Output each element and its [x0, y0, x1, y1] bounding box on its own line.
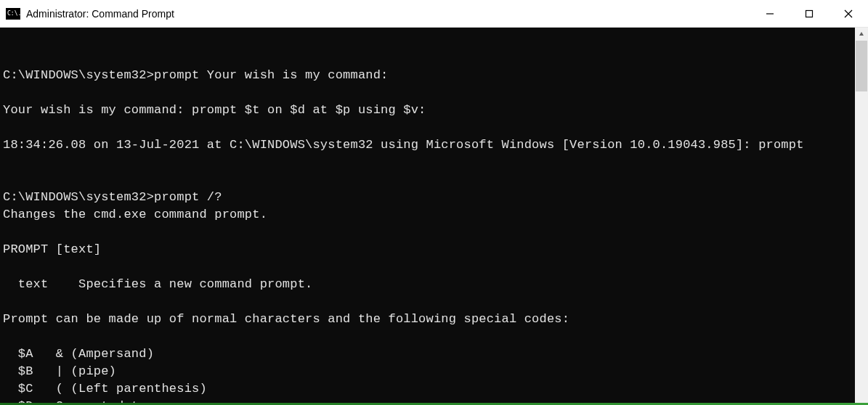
titlebar[interactable]: C:\. Administrator: Command Prompt: [0, 0, 868, 28]
maximize-button[interactable]: [790, 0, 829, 27]
svg-marker-4: [859, 32, 864, 36]
close-button[interactable]: [829, 0, 868, 27]
terminal-wrapper: C:\WINDOWS\system32>prompt Your wish is …: [0, 28, 868, 403]
maximize-icon: [805, 9, 814, 18]
close-icon: [844, 9, 853, 18]
minimize-button[interactable]: [750, 0, 790, 27]
vertical-scrollbar[interactable]: [855, 28, 868, 403]
terminal-line: 18:34:26.08 on 13-Jul-2021 at C:\WINDOWS…: [3, 138, 804, 152]
terminal-output[interactable]: C:\WINDOWS\system32>prompt Your wish is …: [0, 28, 855, 403]
app-icon-text: C:\.: [7, 11, 21, 17]
terminal-line: Changes the cmd.exe command prompt.: [3, 208, 267, 221]
terminal-line: $A & (Ampersand): [3, 347, 154, 361]
minimize-icon: [766, 9, 774, 18]
scrollbar-thumb[interactable]: [856, 41, 867, 91]
chevron-up-icon: [859, 31, 864, 37]
terminal-line: text Specifies a new command prompt.: [3, 277, 312, 291]
terminal-line: $C ( (Left parenthesis): [3, 382, 207, 396]
terminal-line: Prompt can be made up of normal characte…: [3, 312, 569, 326]
terminal-line: C:\WINDOWS\system32>prompt Your wish is …: [3, 68, 389, 82]
svg-rect-1: [806, 10, 813, 17]
terminal-line: $B | (pipe): [3, 364, 116, 378]
terminal-line: C:\WINDOWS\system32>prompt /?: [3, 190, 222, 204]
terminal-line: PROMPT [text]: [3, 242, 101, 256]
terminal-line: Your wish is my command: prompt $t on $d…: [3, 103, 426, 117]
scroll-up-button[interactable]: [855, 28, 868, 41]
window-title: Administrator: Command Prompt: [26, 8, 750, 20]
app-icon: C:\.: [6, 8, 20, 20]
window-controls: [750, 0, 868, 27]
